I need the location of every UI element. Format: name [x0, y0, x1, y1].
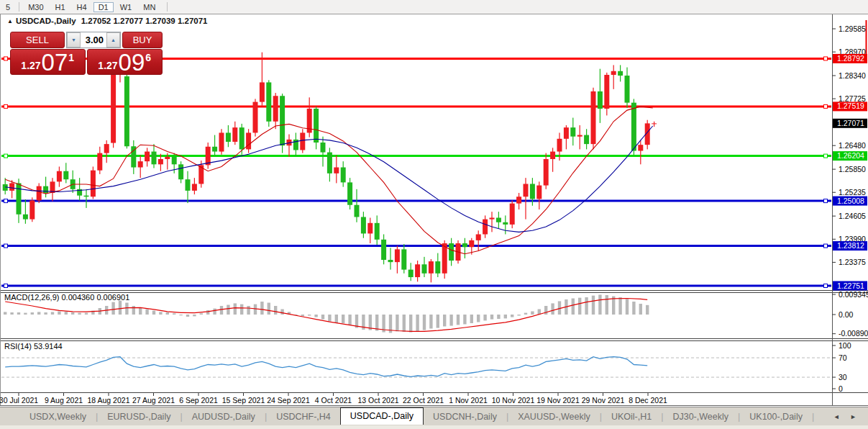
- bid-big-digits: 07: [42, 51, 68, 74]
- candle-body: [111, 75, 116, 143]
- volume-increase-icon[interactable]: ▲: [106, 32, 120, 48]
- symbol-tab-usdcad--daily[interactable]: USDCAD-,Daily: [340, 407, 424, 425]
- macd-histogram-bar: [598, 294, 601, 315]
- macd-histogram-bar: [335, 315, 338, 323]
- price-tick-label: 1.28340: [839, 71, 866, 80]
- candle-body: [625, 76, 630, 103]
- candle-body: [435, 261, 440, 274]
- macd-histogram-bar: [24, 313, 27, 315]
- candle-body: [9, 183, 14, 190]
- volume-input[interactable]: 3.00: [81, 32, 106, 48]
- buy-button[interactable]: BUY: [122, 32, 163, 48]
- macd-histogram-bar: [416, 315, 419, 331]
- macd-histogram-bar: [504, 315, 507, 318]
- line-anchor-handle: [4, 284, 8, 288]
- ask-pipette: 6: [145, 52, 151, 63]
- candle-body: [550, 152, 555, 159]
- candle-wick: [167, 153, 168, 170]
- macd-tick-label: -0.008902: [839, 329, 868, 338]
- timeframe-button-mn[interactable]: MN: [138, 2, 160, 12]
- candle-body: [584, 135, 589, 145]
- candle-wick: [25, 199, 26, 224]
- volume-decrease-icon[interactable]: ▼: [67, 32, 81, 48]
- collapse-panel-icon[interactable]: ▲: [7, 18, 13, 24]
- macd-histogram-bar: [396, 315, 398, 331]
- macd-histogram-bar: [145, 310, 148, 315]
- macd-histogram-bar: [159, 312, 162, 315]
- price-tick-label: 1.25850: [839, 165, 866, 173]
- ask-price-button[interactable]: 1.27 09 6: [87, 49, 163, 75]
- macd-histogram-bar: [314, 315, 317, 317]
- symbol-tab-usdx-weekly[interactable]: USDX,Weekly: [20, 410, 96, 424]
- mt4-window: 5M30H1H4D1W1MN 1.295851.289701.283401.27…: [0, 0, 868, 429]
- symbol-tab-ukoil--h1[interactable]: UKOil-,H1: [602, 410, 661, 424]
- symbol-tab-eurusd--daily[interactable]: EURUSD-,Daily: [98, 410, 180, 424]
- date-tick-label: 6 Sep 2021: [179, 396, 218, 405]
- macd-histogram-bar: [572, 299, 575, 315]
- candle-body: [165, 157, 170, 159]
- macd-histogram-bar: [328, 315, 331, 322]
- macd-histogram-bar: [206, 310, 209, 315]
- candle-body: [401, 249, 406, 269]
- candle-body: [449, 243, 454, 261]
- candle-wick: [654, 122, 654, 127]
- candle-body: [178, 164, 183, 179]
- macd-histogram-bar: [220, 306, 223, 315]
- bid-price-button[interactable]: 1.27 07 1: [10, 49, 86, 75]
- candle-body: [638, 145, 643, 150]
- symbol-tab-audusd--daily[interactable]: AUDUSD-,Daily: [183, 410, 265, 424]
- macd-histogram-bar: [254, 304, 257, 315]
- line-anchor-handle: [824, 57, 828, 60]
- price-badge-label: 1.27071: [837, 119, 864, 127]
- line-anchor-handle: [4, 154, 8, 158]
- macd-histogram-bar: [247, 306, 250, 315]
- macd-histogram-bar: [17, 312, 20, 315]
- timeframe-button-h1[interactable]: H1: [50, 2, 70, 12]
- macd-histogram-bar: [301, 315, 304, 316]
- candle-body: [219, 132, 224, 151]
- candle-wick: [552, 148, 553, 171]
- macd-histogram-bar: [531, 312, 534, 315]
- macd-histogram-bar: [31, 312, 34, 315]
- timeframe-button-d1[interactable]: D1: [93, 2, 114, 12]
- price-tick-label: 1.26480: [839, 141, 866, 150]
- candle-body: [618, 71, 623, 76]
- timeframe-toolbar: 5M30H1H4D1W1MN: [0, 0, 868, 14]
- tab-scroll-arrows-icon[interactable]: ◄ ►: [833, 413, 861, 420]
- candle-wick: [640, 140, 641, 164]
- date-tick-label: 15 Sep 2021: [222, 396, 265, 405]
- candle-body: [212, 147, 217, 152]
- timeframe-button-h4[interactable]: H4: [72, 2, 92, 12]
- macd-histogram-bar: [423, 315, 426, 330]
- symbol-tab-dj30--weekly[interactable]: DJ30-,Weekly: [663, 410, 738, 424]
- symbol-tab-usdcnh--daily[interactable]: USDCNH-,Daily: [424, 410, 506, 424]
- macd-histogram-bar: [4, 312, 6, 315]
- date-tick-label: 8 Dec 2021: [629, 396, 667, 405]
- price-badge-label: 1.27519: [837, 101, 864, 110]
- timeframe-button-w1[interactable]: W1: [115, 2, 137, 12]
- symbol-tab-usdchf--h4[interactable]: USDCHF-,H4: [267, 410, 340, 424]
- macd-histogram-bar: [409, 315, 412, 333]
- timeframe-button-m30[interactable]: M30: [23, 2, 48, 12]
- timeframe-button-5[interactable]: 5: [1, 2, 15, 12]
- sell-button[interactable]: SELL: [10, 32, 65, 48]
- candle-wick: [505, 215, 506, 234]
- macd-histogram-bar: [234, 303, 237, 315]
- macd-histogram-bar: [10, 312, 13, 315]
- macd-histogram-bar: [606, 295, 608, 315]
- candle-body: [226, 132, 231, 142]
- macd-histogram-bar: [51, 312, 54, 315]
- candle-body: [652, 123, 657, 124]
- symbol-tab-xauusd--weekly[interactable]: XAUUSD-,Weekly: [508, 410, 599, 424]
- candle-body: [530, 184, 535, 199]
- volume-stepper: ▼ 3.00 ▲: [66, 32, 121, 48]
- date-tick-label: 19 Nov 2021: [536, 396, 580, 405]
- macd-histogram-bar: [592, 296, 595, 315]
- macd-histogram-bar: [65, 312, 68, 315]
- bid-prefix: 1.27: [21, 60, 40, 71]
- candle-body: [300, 132, 305, 150]
- symbol-tab-bar: USDX,Weekly|EURUSD-,Daily|AUDUSD-,Daily|…: [0, 407, 868, 426]
- symbol-tab-uk100--daily[interactable]: UK100-,Daily: [740, 410, 812, 424]
- candle-wick: [390, 248, 390, 269]
- line-anchor-handle: [4, 57, 8, 60]
